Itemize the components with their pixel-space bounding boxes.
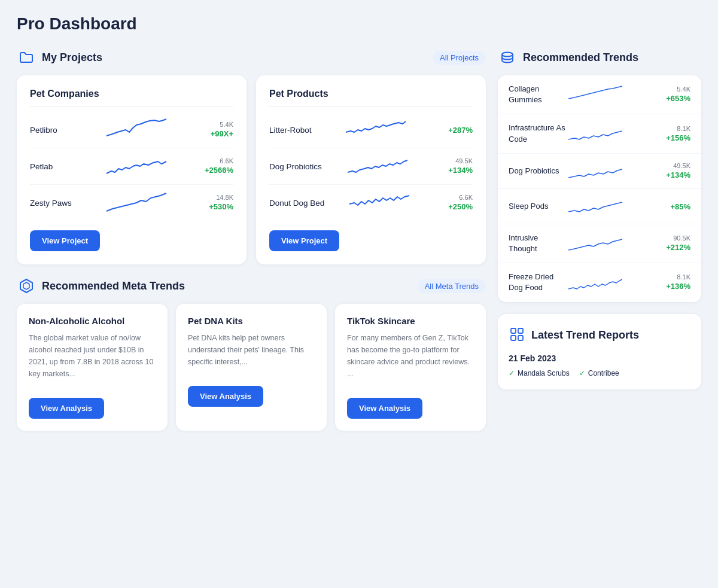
hex-icon (17, 276, 36, 295)
pet-products-card: Pet Products Litter-Robot +287% (256, 75, 486, 264)
meta-card-non-alcoholic: Non-Alcoholic Alcohol The global market … (17, 304, 168, 431)
svg-rect-2 (518, 328, 523, 333)
meta-trends-section: Recommended Meta Trends All Meta Trends … (17, 276, 486, 431)
recommended-trends-title: Recommended Trends (523, 51, 638, 64)
check-icon-mandala: ✓ (509, 369, 515, 377)
freeze-dried-row: Freeze Dried Dog Food 8.1K +136% (498, 263, 701, 301)
main-grid: My Projects All Projects Pet Companies P… (17, 48, 701, 431)
view-analysis-non-alcoholic[interactable]: View Analysis (29, 398, 104, 419)
check-icon-contribee: ✓ (579, 369, 585, 377)
reports-icon (509, 326, 525, 345)
projects-grid: Pet Companies Petlibro 5.4K +99X+ (17, 75, 486, 264)
pet-companies-title: Pet Companies (30, 89, 233, 99)
petlibro-row: Petlibro 5.4K +99X+ (30, 112, 233, 148)
report-items: ✓ Mandala Scrubs ✓ Contribee (509, 369, 690, 377)
view-analysis-tiktok-skincare[interactable]: View Analysis (347, 398, 422, 419)
latest-trend-reports: Latest Trend Reports 21 Feb 2023 ✓ Manda… (498, 314, 701, 389)
right-column: Recommended Trends Collagen Gummies 5.4K… (498, 48, 701, 431)
dog-probiotics-row: Dog Probiotics 49.5K +134% (269, 148, 473, 185)
recommended-trends-header: Recommended Trends (498, 48, 701, 67)
meta-trends-header: Recommended Meta Trends All Meta Trends (17, 276, 486, 295)
report-item-contribee: ✓ Contribee (579, 369, 619, 377)
svg-rect-4 (518, 336, 523, 340)
petlab-row: Petlab 6.6K +2566% (30, 148, 233, 185)
infrastructure-as-code-row: Infrastructure As Code 8.1K +156% (498, 114, 701, 153)
view-analysis-pet-dna[interactable]: View Analysis (188, 386, 263, 407)
my-projects-header: My Projects All Projects (17, 48, 486, 67)
meta-card-tiktok-skincare: TikTok Skincare For many members of Gen … (335, 304, 486, 431)
donut-dog-bed-row: Donut Dog Bed 6.6K +250% (269, 185, 473, 221)
folder-icon (17, 48, 36, 67)
collagen-gummies-row: Collagen Gummies 5.4K +653% (498, 75, 701, 114)
litter-robot-row: Litter-Robot +287% (269, 112, 473, 148)
svg-rect-1 (511, 328, 516, 333)
all-projects-link[interactable]: All Projects (433, 51, 486, 65)
my-projects-title: My Projects (42, 51, 102, 64)
pet-products-title: Pet Products (269, 89, 473, 99)
dog-probiotics-right-row: Dog Probiotics 49.5K +134% (498, 154, 701, 189)
latest-reports-title: Latest Trend Reports (531, 329, 639, 342)
report-item-mandala: ✓ Mandala Scrubs (509, 369, 570, 377)
svg-point-0 (502, 53, 513, 57)
left-column: My Projects All Projects Pet Companies P… (17, 48, 486, 431)
my-projects-section: My Projects All Projects Pet Companies P… (17, 48, 486, 264)
recommended-trends-card: Collagen Gummies 5.4K +653% Infrastructu… (498, 75, 701, 302)
pet-companies-card: Pet Companies Petlibro 5.4K +99X+ (17, 75, 247, 264)
all-meta-trends-link[interactable]: All Meta Trends (418, 279, 486, 293)
sleep-pods-row: Sleep Pods +85% (498, 189, 701, 224)
meta-trends-title: Recommended Meta Trends (42, 280, 185, 293)
latest-reports-header: Latest Trend Reports (509, 326, 690, 345)
zesty-paws-row: Zesty Paws 14.8K +530% (30, 185, 233, 221)
meta-card-pet-dna: Pet DNA Kits Pet DNA kits help pet owner… (176, 304, 327, 431)
stack-icon (498, 48, 517, 67)
view-project-pet-companies[interactable]: View Project (30, 230, 100, 251)
report-date: 21 Feb 2023 (509, 354, 690, 363)
meta-trends-grid: Non-Alcoholic Alcohol The global market … (17, 304, 486, 431)
view-project-pet-products[interactable]: View Project (269, 230, 339, 251)
intrusive-thought-row: Intrusive Thought 90.5K +212% (498, 224, 701, 263)
page-title: Pro Dashboard (17, 14, 701, 33)
recommended-trends-section: Recommended Trends Collagen Gummies 5.4K… (498, 48, 701, 302)
svg-rect-3 (511, 336, 516, 340)
